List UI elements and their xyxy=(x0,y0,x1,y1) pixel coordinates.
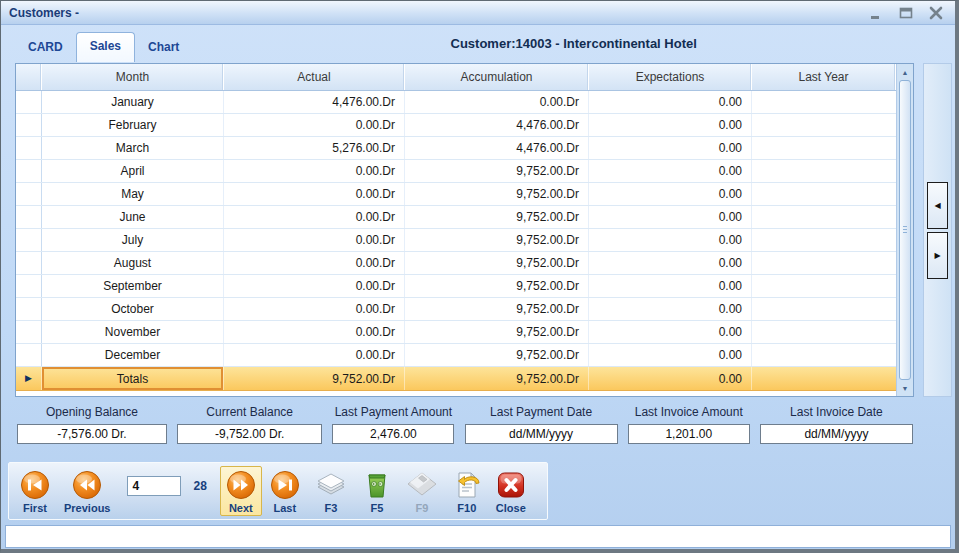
cell-expectations[interactable]: 0.00 xyxy=(589,114,752,136)
cell-last-year[interactable] xyxy=(752,344,896,366)
table-row[interactable]: ▶ March 5,276.00.Dr 4,476.00.Dr 0.00 xyxy=(16,137,896,160)
summary-field-value[interactable]: 1,201.00 xyxy=(628,424,750,444)
cell-expectations[interactable]: 0.00 xyxy=(589,275,752,297)
cell-actual[interactable]: 0.00.Dr xyxy=(224,229,405,251)
cell-actual[interactable]: 5,276.00.Dr xyxy=(224,137,405,159)
cell-expectations[interactable]: 0.00 xyxy=(589,91,752,113)
cell-last-year[interactable] xyxy=(752,206,896,228)
tab-sales[interactable]: Sales xyxy=(76,32,135,62)
table-row[interactable]: ▶ January 4,476.00.Dr 0.00.Dr 0.00 xyxy=(16,91,896,114)
cell-expectations[interactable]: 0.00 xyxy=(589,137,752,159)
cell-month[interactable]: October xyxy=(42,298,224,320)
tab-chart[interactable]: Chart xyxy=(135,34,192,61)
cell-accumulation[interactable]: 9,752.00.Dr xyxy=(405,183,589,205)
cell-expectations[interactable]: 0.00 xyxy=(589,206,752,228)
summary-field-value[interactable]: 2,476.00 xyxy=(332,424,454,444)
cell-accumulation[interactable]: 9,752.00.Dr xyxy=(405,344,589,366)
f5-button[interactable]: F5 xyxy=(356,466,398,516)
table-row[interactable]: ▶ August 0.00.Dr 9,752.00.Dr 0.00 xyxy=(16,252,896,275)
cell-accumulation[interactable]: 4,476.00.Dr xyxy=(405,137,589,159)
cell-last-year[interactable] xyxy=(752,91,896,113)
f10-button[interactable]: F10 xyxy=(446,466,488,516)
cell-expectations[interactable]: 0.00 xyxy=(589,344,752,366)
cell-month[interactable]: July xyxy=(42,229,224,251)
summary-field-value[interactable]: dd/MM/yyyy xyxy=(465,424,618,444)
next-button[interactable]: Next xyxy=(220,466,262,516)
table-row[interactable]: ▶ September 0.00.Dr 9,752.00.Dr 0.00 xyxy=(16,275,896,298)
cell-accumulation[interactable]: 9,752.00.Dr xyxy=(405,321,589,343)
cell-month[interactable]: February xyxy=(42,114,224,136)
table-row[interactable]: ▶ April 0.00.Dr 9,752.00.Dr 0.00 xyxy=(16,160,896,183)
cell-expectations[interactable]: 0.00 xyxy=(589,229,752,251)
cell-expectations[interactable]: 0.00 xyxy=(589,183,752,205)
header-actual[interactable]: Actual xyxy=(224,64,405,90)
cell-month[interactable]: Totals xyxy=(42,367,224,390)
cell-accumulation[interactable]: 9,752.00.Dr xyxy=(405,229,589,251)
cell-last-year[interactable] xyxy=(752,252,896,274)
cell-actual[interactable]: 0.00.Dr xyxy=(224,183,405,205)
cell-month[interactable]: June xyxy=(42,206,224,228)
cell-actual[interactable]: 0.00.Dr xyxy=(224,252,405,274)
cell-last-year[interactable] xyxy=(752,321,896,343)
cell-last-year[interactable] xyxy=(752,229,896,251)
cell-month[interactable]: March xyxy=(42,137,224,159)
cell-month[interactable]: August xyxy=(42,252,224,274)
collapse-left-icon[interactable]: ◀ xyxy=(927,182,948,229)
cell-accumulation[interactable]: 9,752.00.Dr xyxy=(405,206,589,228)
cell-last-year[interactable] xyxy=(752,114,896,136)
cell-accumulation[interactable]: 9,752.00.Dr xyxy=(405,275,589,297)
header-last-year[interactable]: Last Year xyxy=(752,64,896,90)
tab-card[interactable]: CARD xyxy=(15,34,76,61)
close-icon[interactable] xyxy=(929,6,943,20)
cell-expectations[interactable]: 0.00 xyxy=(589,321,752,343)
scroll-down-icon[interactable]: ▼ xyxy=(897,380,913,396)
cell-actual[interactable]: 0.00.Dr xyxy=(224,275,405,297)
cell-expectations[interactable]: 0.00 xyxy=(589,298,752,320)
cell-expectations[interactable]: 0.00 xyxy=(589,367,752,390)
close-button[interactable]: Close xyxy=(490,466,532,516)
header-expectations[interactable]: Expectations xyxy=(589,64,752,90)
table-row[interactable]: ▶ February 0.00.Dr 4,476.00.Dr 0.00 xyxy=(16,114,896,137)
cell-accumulation[interactable]: 4,476.00.Dr xyxy=(405,114,589,136)
last-button[interactable]: Last xyxy=(264,466,306,516)
summary-field-value[interactable]: -7,576.00 Dr. xyxy=(17,424,167,444)
cell-last-year[interactable] xyxy=(752,160,896,182)
cell-month[interactable]: December xyxy=(42,344,224,366)
cell-last-year[interactable] xyxy=(752,367,896,390)
cell-actual[interactable]: 0.00.Dr xyxy=(224,114,405,136)
cell-month[interactable]: April xyxy=(42,160,224,182)
cell-actual[interactable]: 9,752.00.Dr xyxy=(224,367,405,390)
cell-expectations[interactable]: 0.00 xyxy=(589,160,752,182)
cell-actual[interactable]: 0.00.Dr xyxy=(224,321,405,343)
summary-field-value[interactable]: -9,752.00 Dr. xyxy=(177,424,322,444)
cell-accumulation[interactable]: 9,752.00.Dr xyxy=(405,160,589,182)
cell-last-year[interactable] xyxy=(752,298,896,320)
cell-actual[interactable]: 4,476.00.Dr xyxy=(224,91,405,113)
cell-last-year[interactable] xyxy=(752,137,896,159)
cell-last-year[interactable] xyxy=(752,275,896,297)
table-row[interactable]: ▶ May 0.00.Dr 9,752.00.Dr 0.00 xyxy=(16,183,896,206)
vertical-scrollbar[interactable]: ▲ ▼ xyxy=(896,64,913,396)
table-row[interactable]: ▶ June 0.00.Dr 9,752.00.Dr 0.00 xyxy=(16,206,896,229)
scrollbar-thumb[interactable] xyxy=(899,80,911,380)
cell-last-year[interactable] xyxy=(752,183,896,205)
table-row[interactable]: ▶ November 0.00.Dr 9,752.00.Dr 0.00 xyxy=(16,321,896,344)
cell-accumulation[interactable]: 9,752.00.Dr xyxy=(405,298,589,320)
table-row[interactable]: ▶ Totals 9,752.00.Dr 9,752.00.Dr 0.00 xyxy=(16,367,896,391)
cell-expectations[interactable]: 0.00 xyxy=(589,252,752,274)
maximize-icon[interactable] xyxy=(899,6,913,20)
record-number-input[interactable] xyxy=(127,476,181,496)
summary-field-value[interactable]: dd/MM/yyyy xyxy=(760,424,913,444)
cell-accumulation[interactable]: 9,752.00.Dr xyxy=(405,367,589,390)
table-row[interactable]: ▶ December 0.00.Dr 9,752.00.Dr 0.00 xyxy=(16,344,896,367)
header-accumulation[interactable]: Accumulation xyxy=(405,64,589,90)
cell-month[interactable]: May xyxy=(42,183,224,205)
header-month[interactable]: Month xyxy=(42,64,224,90)
cell-accumulation[interactable]: 9,752.00.Dr xyxy=(405,252,589,274)
first-button[interactable]: First xyxy=(14,466,56,516)
cell-actual[interactable]: 0.00.Dr xyxy=(224,298,405,320)
table-row[interactable]: ▶ October 0.00.Dr 9,752.00.Dr 0.00 xyxy=(16,298,896,321)
cell-month[interactable]: January xyxy=(42,91,224,113)
cell-actual[interactable]: 0.00.Dr xyxy=(224,344,405,366)
cell-actual[interactable]: 0.00.Dr xyxy=(224,160,405,182)
